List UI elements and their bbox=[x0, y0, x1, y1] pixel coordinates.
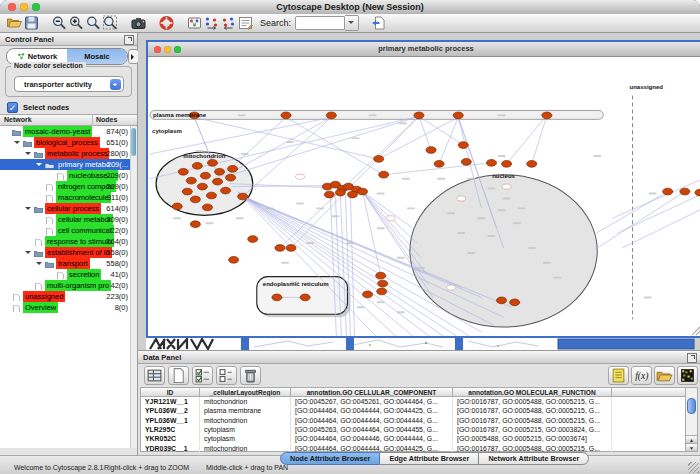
table-cell[interactable]: [GO:0045263, GO:0044464, GO:0044455, G..… bbox=[291, 425, 453, 434]
zoom-in-icon[interactable] bbox=[68, 15, 85, 31]
table-cell[interactable]: [GO:0016787, GO:0005488, GO:0005215, G..… bbox=[453, 406, 612, 415]
tree-scrollbar[interactable] bbox=[130, 126, 137, 448]
table-scrollbar[interactable]: ▲▼ bbox=[685, 388, 697, 451]
attribute-matrix-icon[interactable] bbox=[144, 366, 165, 385]
tree-row[interactable]: cell communicat22(0) bbox=[0, 225, 137, 236]
float-panel-icon[interactable] bbox=[124, 35, 134, 45]
search-dropdown-icon[interactable] bbox=[345, 15, 359, 31]
save-session-icon[interactable] bbox=[23, 15, 40, 31]
table-cell[interactable]: mitochondrion bbox=[200, 444, 291, 453]
zoom-out-icon[interactable] bbox=[51, 15, 68, 31]
expand-arrow-icon[interactable] bbox=[25, 152, 31, 158]
minimize-icon[interactable] bbox=[20, 3, 28, 11]
tree-row[interactable]: establishment of lo558(0) bbox=[0, 247, 137, 258]
tree-row[interactable]: response to stimulu264(0) bbox=[0, 236, 137, 247]
table-cell[interactable]: cytoplasm bbox=[200, 425, 291, 434]
close-icon[interactable] bbox=[154, 46, 161, 53]
network-node bbox=[248, 236, 258, 243]
expand-arrow-icon[interactable] bbox=[36, 262, 42, 268]
tree-row[interactable]: Overview8(0) bbox=[0, 302, 137, 313]
background-windows[interactable] bbox=[138, 338, 700, 350]
node-color-combobox[interactable]: transporter activity bbox=[14, 76, 124, 92]
float-panel-icon[interactable] bbox=[687, 353, 697, 363]
minimize-icon[interactable] bbox=[164, 46, 171, 53]
tab-network-attribute-browser[interactable]: Network Attribute Browser bbox=[479, 452, 589, 465]
tree-row[interactable]: metabolic process280(0) bbox=[0, 148, 137, 159]
delete-attribute-icon[interactable] bbox=[240, 366, 261, 385]
unselect-attributes-icon[interactable] bbox=[216, 366, 237, 385]
new-attribute-icon[interactable] bbox=[168, 366, 189, 385]
tree-row[interactable]: nucleobase-...209(0) bbox=[0, 170, 137, 181]
network-canvas[interactable]: plasma membranecytoplasmmitochondrionnuc… bbox=[148, 57, 700, 336]
network-window-titlebar[interactable]: primary metabolic process bbox=[148, 42, 700, 57]
file-icon bbox=[45, 227, 54, 234]
table-cell[interactable]: [GO:0016787, GO:0005215, GO:0003824, G..… bbox=[453, 425, 612, 434]
maximize-icon[interactable] bbox=[174, 46, 181, 53]
select-attributes-icon[interactable] bbox=[192, 366, 213, 385]
table-cell[interactable]: YPL036W__1 bbox=[141, 416, 200, 425]
table-cell[interactable]: [GO:0044464, GO:0044444, GO:0044444, G..… bbox=[291, 416, 453, 425]
import-network-icon[interactable] bbox=[370, 15, 387, 31]
table-cell[interactable]: [GO:0016787, GO:0005488, GO:0005215, G..… bbox=[453, 416, 612, 425]
tree-row[interactable]: multi-organism pro42(0) bbox=[0, 280, 137, 291]
tree-row[interactable]: macromolecule311(0) bbox=[0, 192, 137, 203]
matrix-view-icon[interactable] bbox=[677, 366, 698, 385]
search-input[interactable] bbox=[295, 16, 345, 30]
network-view-window[interactable]: primary metabolic process plasma membran… bbox=[146, 40, 700, 338]
zoom-fit-icon[interactable] bbox=[85, 15, 102, 31]
tree-row[interactable]: transport558(0) bbox=[0, 258, 137, 269]
expand-arrow-icon[interactable] bbox=[25, 207, 31, 213]
table-cell[interactable]: [GO:0044464, GO:0044446, GO:0044444, G..… bbox=[291, 434, 453, 443]
expand-arrow-icon[interactable] bbox=[25, 251, 31, 257]
table-cell[interactable]: YDR039C__1 bbox=[141, 444, 200, 453]
table-cell[interactable]: mitochondrion bbox=[200, 397, 291, 406]
maximize-icon[interactable] bbox=[32, 3, 40, 11]
tree-row[interactable]: cellular metabol209(0) bbox=[0, 214, 137, 225]
table-cell[interactable]: cytoplasm bbox=[200, 434, 291, 443]
tree-row[interactable]: biological_process651(0) bbox=[0, 137, 137, 148]
expand-arrow-icon[interactable] bbox=[14, 141, 20, 147]
data-panel-title: Data Panel bbox=[138, 351, 700, 364]
select-nodes-checkbox[interactable]: ✓ bbox=[7, 102, 18, 113]
function-builder-icon[interactable]: f(x) bbox=[631, 366, 652, 385]
column-header[interactable]: ID bbox=[141, 388, 200, 397]
close-icon[interactable] bbox=[8, 3, 16, 11]
combo-stepper-icon[interactable] bbox=[110, 79, 121, 90]
resize-grip-icon[interactable] bbox=[688, 462, 699, 473]
expand-arrow-icon[interactable] bbox=[36, 163, 42, 169]
snapshot-icon[interactable] bbox=[130, 15, 147, 31]
zoom-selected-icon[interactable] bbox=[102, 15, 119, 31]
scroll-up-icon[interactable]: ▲ bbox=[686, 435, 697, 443]
table-cell[interactable]: [GO:0044464, GO:0044444, GO:0044425, G..… bbox=[291, 406, 453, 415]
attribute-editor-icon[interactable] bbox=[608, 366, 629, 385]
vizmapper-icon[interactable] bbox=[237, 15, 254, 31]
table-cell[interactable]: [GO:0016787, GO:0005488, GO:0005215, G..… bbox=[453, 397, 612, 406]
open-session-icon[interactable] bbox=[6, 15, 23, 31]
tree-row[interactable]: nitrogen compou209(0) bbox=[0, 181, 137, 192]
scroll-down-icon[interactable]: ▼ bbox=[686, 443, 697, 451]
tab-node-attribute-browser[interactable]: Node Attribute Browser bbox=[280, 452, 380, 465]
table-cell[interactable]: plasma membrane bbox=[200, 406, 291, 415]
column-header[interactable]: _cellularLayoutRegion bbox=[200, 388, 291, 397]
tab-edge-attribute-browser[interactable]: Edge Attribute Browser bbox=[380, 452, 479, 465]
tree-row[interactable]: unassigned223(0) bbox=[0, 291, 137, 302]
import-attributes-icon[interactable] bbox=[654, 366, 675, 385]
column-header[interactable]: annotation.GO CELLULAR_COMPONENT bbox=[291, 388, 453, 397]
help-icon[interactable] bbox=[158, 15, 175, 31]
table-cell[interactable]: [GO:0045267, GO:0045261, GO:0044464, G..… bbox=[291, 397, 453, 406]
table-cell[interactable]: YKR052C bbox=[141, 434, 200, 443]
layout-2-icon[interactable] bbox=[220, 15, 237, 31]
table-cell[interactable]: [GO:0005488, GO:0005215, GO:0003674] bbox=[453, 434, 612, 443]
annotation-icon[interactable] bbox=[186, 15, 203, 31]
column-header[interactable]: annotation.GO MOLECULAR_FUNCTION bbox=[453, 388, 612, 397]
tree-row[interactable]: secretion41(0) bbox=[0, 269, 137, 280]
background-window-bar bbox=[558, 339, 694, 349]
tree-row[interactable]: mosaic-demo-yeast874(0) bbox=[0, 126, 137, 137]
layout-1-icon[interactable] bbox=[203, 15, 220, 31]
tree-row[interactable]: cellular process614(0) bbox=[0, 203, 137, 214]
table-cell[interactable]: YLR295C bbox=[141, 425, 200, 434]
table-cell[interactable]: YPL036W__2 bbox=[141, 406, 200, 415]
table-cell[interactable]: YJR121W__1 bbox=[141, 397, 200, 406]
table-cell[interactable]: mitochondrion bbox=[200, 416, 291, 425]
tree-row[interactable]: primary metabo209(... bbox=[0, 159, 137, 170]
